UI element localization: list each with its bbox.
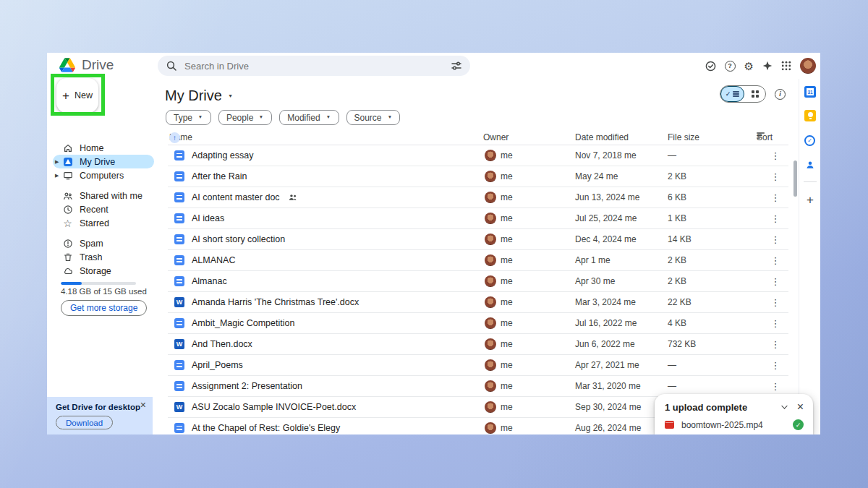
sidebar-item-shared-with-me[interactable]: Shared with me [53, 189, 154, 202]
owner-cell: me [485, 334, 513, 354]
sidebar-item-label: My Drive [80, 157, 115, 167]
more-options-icon[interactable]: ⋮ [770, 208, 781, 228]
offline-status-icon[interactable] [705, 61, 716, 72]
owner-avatar [485, 296, 496, 308]
more-options-icon[interactable]: ⋮ [770, 334, 781, 354]
date-modified-cell: Jun 6, 2022 me [575, 334, 635, 354]
uploaded-file-row[interactable]: boomtown-2025.mp4 ✓ [655, 414, 813, 430]
column-header-size[interactable]: File size [668, 132, 699, 142]
list-view-button[interactable]: ✓ [720, 86, 744, 102]
file-name: After the Rain [192, 171, 247, 181]
sidebar-item-my-drive[interactable]: ▶ My Drive [53, 155, 154, 168]
search-options-icon[interactable] [451, 61, 461, 71]
gemini-sparkle-icon[interactable] [762, 61, 773, 71]
file-name: Ambit_Magic Competition [192, 318, 294, 328]
help-icon[interactable]: ? [725, 61, 736, 72]
account-avatar[interactable] [800, 58, 816, 74]
scrollbar-thumb[interactable] [793, 160, 797, 197]
date-modified-cell: Jul 16, 2022 me [575, 313, 637, 333]
table-row[interactable]: W And Then.docx me Jun 6, 2022 me 732 KB… [168, 334, 788, 355]
file-size-cell: 2 KB [668, 166, 686, 187]
table-row[interactable]: ALMANAC me Apr 1 me 2 KB ⋮ [168, 250, 788, 271]
more-options-icon[interactable]: ⋮ [770, 292, 781, 312]
get-more-storage-button[interactable]: Get more storage [61, 300, 147, 316]
keep-icon[interactable] [804, 110, 816, 121]
sidebar-item-trash[interactable]: Trash [53, 250, 154, 264]
sidebar-item-storage[interactable]: Storage [53, 264, 154, 278]
more-options-icon[interactable]: ⋮ [770, 187, 781, 207]
file-name: April_Poems [192, 360, 243, 370]
search-input[interactable] [184, 61, 443, 72]
plus-icon: + [62, 90, 69, 102]
search-bar[interactable] [158, 56, 470, 76]
grid-view-button[interactable] [744, 86, 765, 102]
sort-ascending-icon[interactable]: ↑ [169, 132, 180, 143]
sidebar-item-label: Shared with me [80, 191, 142, 201]
sort-menu-button[interactable]: Sort [757, 132, 765, 139]
word-file-icon: W [174, 339, 184, 349]
more-options-icon[interactable]: ⋮ [770, 229, 781, 249]
sidebar-item-computers[interactable]: ▶ Computers [53, 168, 154, 182]
file-name-cell: April_Poems [174, 355, 243, 375]
file-size-cell: 6 KB [668, 187, 686, 207]
calendar-icon[interactable]: 31 [804, 86, 816, 98]
table-row[interactable]: AI content master doc me Jun 13, 2024 me… [168, 187, 788, 208]
table-row[interactable]: Almanac me Apr 30 me 2 KB ⋮ [168, 271, 788, 292]
sidebar-item-home[interactable]: Home [53, 141, 154, 155]
computers-icon [62, 170, 73, 181]
sidebar-item-spam[interactable]: Spam [53, 236, 154, 250]
table-row[interactable]: After the Rain me May 24 me 2 KB ⋮ [168, 166, 788, 187]
filter-chip-source[interactable]: Source▼ [346, 110, 401, 125]
file-name: AI ideas [192, 213, 224, 223]
banner-close-icon[interactable]: × [140, 400, 146, 410]
filter-chip-modified[interactable]: Modified▼ [279, 110, 339, 125]
table-row[interactable]: AI short story collection me Dec 4, 2024… [168, 229, 788, 250]
contacts-icon[interactable] [804, 159, 816, 171]
details-info-icon[interactable]: i [775, 89, 786, 100]
minimize-chevron-icon[interactable] [782, 403, 788, 409]
filter-chip-people[interactable]: People▼ [218, 110, 272, 125]
my-drive-icon [62, 156, 73, 167]
apps-grid-icon[interactable] [781, 61, 791, 71]
add-panel-app-icon[interactable]: + [804, 194, 816, 206]
google-docs-icon [174, 171, 184, 181]
sidebar-item-label: Storage [80, 266, 111, 276]
more-options-icon[interactable]: ⋮ [770, 355, 781, 375]
more-options-icon[interactable]: ⋮ [770, 166, 781, 187]
table-row[interactable]: W Amanda Harris 'The Christmas Tree'.doc… [168, 292, 788, 313]
column-header-owner[interactable]: Owner [483, 132, 509, 142]
date-modified-cell: Dec 4, 2024 me [575, 229, 637, 249]
more-options-icon[interactable]: ⋮ [770, 313, 781, 333]
sidebar-item-recent[interactable]: Recent [53, 202, 154, 216]
column-header-modified[interactable]: Date modified [575, 132, 629, 142]
table-row[interactable]: AI ideas me Jul 25, 2024 me 1 KB ⋮ [168, 208, 788, 229]
owner-avatar [485, 317, 496, 329]
download-button[interactable]: Download [56, 416, 113, 429]
owner-name: me [501, 171, 513, 181]
more-options-icon[interactable]: ⋮ [770, 376, 781, 396]
tasks-icon[interactable]: ✓ [804, 135, 815, 146]
owner-avatar [485, 338, 496, 350]
file-name-cell: After the Rain [174, 166, 247, 187]
table-row[interactable]: Ambit_Magic Competition me Jul 16, 2022 … [168, 313, 788, 334]
file-size-cell: 732 KB [668, 334, 696, 354]
settings-icon[interactable]: ⚙ [744, 61, 754, 72]
more-options-icon[interactable]: ⋮ [770, 250, 781, 270]
new-button[interactable]: + New [56, 78, 98, 113]
filter-chip-type[interactable]: Type▼ [166, 110, 211, 125]
expand-icon[interactable]: ▶ [55, 159, 59, 165]
drive-brand[interactable]: Drive [59, 57, 114, 73]
close-icon[interactable]: × [797, 401, 804, 413]
sidebar-item-starred[interactable]: ☆ Starred [53, 216, 154, 230]
table-row[interactable]: April_Poems me Apr 27, 2021 me — ⋮ [168, 355, 788, 376]
owner-name: me [501, 192, 513, 202]
more-options-icon[interactable]: ⋮ [770, 145, 781, 166]
expand-icon[interactable]: ▶ [55, 173, 59, 179]
view-toggle[interactable]: ✓ [720, 85, 766, 103]
table-row[interactable]: Adapting essay me Nov 7, 2018 me — ⋮ [168, 145, 788, 166]
date-modified-cell: Sep 30, 2024 me [575, 397, 641, 417]
page-title[interactable]: My Drive ▼ [165, 87, 234, 104]
owner-name: me [501, 318, 513, 328]
date-modified-cell: Jun 13, 2024 me [575, 187, 639, 207]
more-options-icon[interactable]: ⋮ [770, 271, 781, 291]
